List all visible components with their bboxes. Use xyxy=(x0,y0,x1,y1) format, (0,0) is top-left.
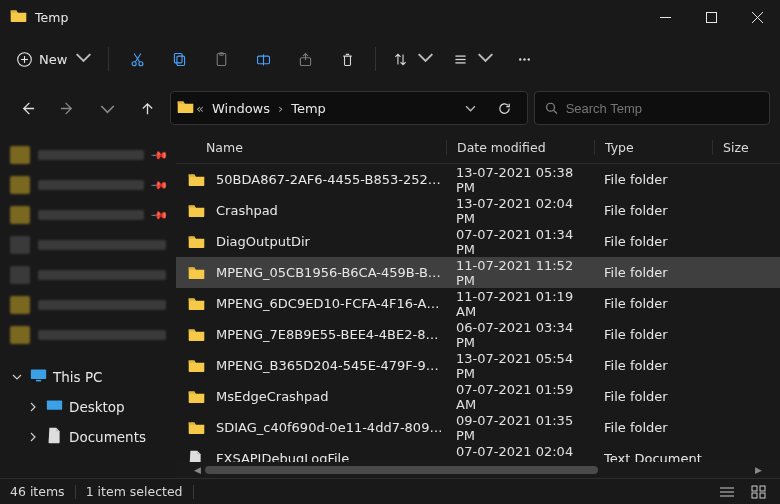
breadcrumb-overflow[interactable]: « xyxy=(194,101,206,116)
search-bar[interactable] xyxy=(534,91,770,125)
quick-access-item[interactable]: 📌 xyxy=(4,200,172,230)
table-row[interactable]: MPENG_05CB1956-B6CA-459B-B7DC-0F...11-07… xyxy=(176,257,780,288)
close-button[interactable] xyxy=(734,0,780,34)
navbar: « Windows › Temp xyxy=(0,84,780,132)
sort-button[interactable] xyxy=(384,40,442,78)
folder-icon xyxy=(188,327,206,342)
separator xyxy=(108,47,109,71)
file-date: 13-07-2021 05:38 PM xyxy=(446,165,594,195)
sidebar-desktop[interactable]: Desktop xyxy=(4,392,172,422)
share-button[interactable] xyxy=(285,40,325,78)
chevron-right-icon xyxy=(26,432,40,442)
folder-icon xyxy=(188,203,206,218)
scroll-right-icon[interactable]: ▶ xyxy=(751,465,766,475)
table-row[interactable]: MPENG_6DC9ED10-FCFA-4F16-ADAE-EA...11-07… xyxy=(176,288,780,319)
svg-rect-27 xyxy=(36,380,41,382)
file-name: MPENG_7E8B9E55-BEE4-4BE2-819D-8BEF... xyxy=(216,327,446,342)
pin-icon: 📌 xyxy=(149,145,168,164)
more-icon xyxy=(516,51,533,68)
trash-icon xyxy=(339,51,356,68)
file-name: MPENG_6DC9ED10-FCFA-4F16-ADAE-EA... xyxy=(216,296,446,311)
svg-rect-34 xyxy=(752,493,757,498)
chevron-right-icon: › xyxy=(276,101,285,116)
rename-button[interactable] xyxy=(243,40,283,78)
scroll-left-icon[interactable]: ◀ xyxy=(190,465,205,475)
back-button[interactable] xyxy=(10,91,44,125)
monitor-icon xyxy=(30,367,47,387)
history-dropdown[interactable] xyxy=(453,103,487,114)
file-name: DiagOutputDir xyxy=(216,234,446,249)
quick-access-item[interactable]: 📌 xyxy=(4,140,172,170)
new-button[interactable]: New xyxy=(8,40,100,78)
svg-rect-35 xyxy=(760,493,765,498)
table-row[interactable]: DiagOutputDir07-07-2021 01:34 PMFile fol… xyxy=(176,226,780,257)
file-list-pane: Name Date modified Type Size 50BDA867-2A… xyxy=(176,132,780,478)
recent-button[interactable] xyxy=(90,91,124,125)
svg-rect-12 xyxy=(177,56,185,65)
horizontal-scrollbar[interactable]: ◀ ▶ xyxy=(176,462,780,478)
up-button[interactable] xyxy=(130,91,164,125)
delete-button[interactable] xyxy=(327,40,367,78)
table-row[interactable]: MsEdgeCrashpad07-07-2021 01:59 AMFile fo… xyxy=(176,381,780,412)
table-row[interactable]: MPENG_7E8B9E55-BEE4-4BE2-819D-8BEF...06-… xyxy=(176,319,780,350)
file-type: File folder xyxy=(594,389,712,404)
column-size[interactable]: Size xyxy=(712,140,780,155)
svg-point-21 xyxy=(519,58,521,60)
file-name: MsEdgeCrashpad xyxy=(216,389,446,404)
plus-circle-icon xyxy=(16,51,33,68)
folder-icon xyxy=(188,265,206,280)
quick-access-item[interactable] xyxy=(4,260,172,290)
sidebar-this-pc[interactable]: This PC xyxy=(4,362,172,392)
file-name: FXSAPIDebugLogFile xyxy=(216,451,446,462)
breadcrumb-segment[interactable]: Windows xyxy=(206,101,276,116)
view-button[interactable] xyxy=(444,40,502,78)
pin-icon: 📌 xyxy=(149,175,168,194)
maximize-button[interactable] xyxy=(688,0,734,34)
scrollbar-thumb[interactable] xyxy=(205,466,598,474)
chevron-right-icon xyxy=(26,402,40,412)
file-name: SDIAG_c40f690d-0e11-4dd7-809d-261c5c... xyxy=(216,420,446,435)
cut-button[interactable] xyxy=(117,40,157,78)
refresh-button[interactable] xyxy=(487,101,521,116)
paste-button[interactable] xyxy=(201,40,241,78)
details-view-button[interactable] xyxy=(716,483,738,501)
table-row[interactable]: 50BDA867-2AF6-4455-B853-252B8E41477713-0… xyxy=(176,164,780,195)
titlebar: Temp xyxy=(0,0,780,34)
quick-access-item[interactable] xyxy=(4,290,172,320)
column-date[interactable]: Date modified xyxy=(446,140,594,155)
search-input[interactable] xyxy=(566,101,759,116)
breadcrumb-segment[interactable]: Temp xyxy=(285,101,332,116)
chevron-down-icon xyxy=(75,49,92,69)
table-row[interactable]: MPENG_B365D204-545E-479F-927B-5E58...13-… xyxy=(176,350,780,381)
quick-access-item[interactable] xyxy=(4,320,172,350)
desktop-icon xyxy=(46,397,63,417)
column-name[interactable]: Name xyxy=(206,140,446,155)
quick-access-item[interactable] xyxy=(4,230,172,260)
file-date: 11-07-2021 11:52 PM xyxy=(446,258,594,288)
sort-icon xyxy=(392,51,409,68)
file-icon xyxy=(188,450,206,462)
file-date: 13-07-2021 05:54 PM xyxy=(446,351,594,381)
more-button[interactable] xyxy=(504,40,544,78)
forward-button[interactable] xyxy=(50,91,84,125)
file-date: 07-07-2021 02:04 AM xyxy=(446,444,594,463)
sidebar-documents[interactable]: Documents xyxy=(4,422,172,452)
file-name: MPENG_B365D204-545E-479F-927B-5E58... xyxy=(216,358,446,373)
file-date: 13-07-2021 02:04 PM xyxy=(446,196,594,226)
table-row[interactable]: Crashpad13-07-2021 02:04 PMFile folder xyxy=(176,195,780,226)
table-row[interactable]: FXSAPIDebugLogFile07-07-2021 02:04 AMTex… xyxy=(176,443,780,462)
table-row[interactable]: SDIAG_c40f690d-0e11-4dd7-809d-261c5c...0… xyxy=(176,412,780,443)
quick-access-item[interactable]: 📌 xyxy=(4,170,172,200)
file-type: File folder xyxy=(594,296,712,311)
thumbnails-view-button[interactable] xyxy=(748,483,770,501)
share-icon xyxy=(297,51,314,68)
svg-point-24 xyxy=(547,103,555,111)
minimize-button[interactable] xyxy=(642,0,688,34)
address-bar[interactable]: « Windows › Temp xyxy=(170,91,528,125)
copy-button[interactable] xyxy=(159,40,199,78)
column-type[interactable]: Type xyxy=(594,140,712,155)
file-type: File folder xyxy=(594,358,712,373)
svg-line-25 xyxy=(554,110,557,113)
svg-rect-28 xyxy=(47,400,62,409)
column-headers: Name Date modified Type Size xyxy=(176,132,780,164)
